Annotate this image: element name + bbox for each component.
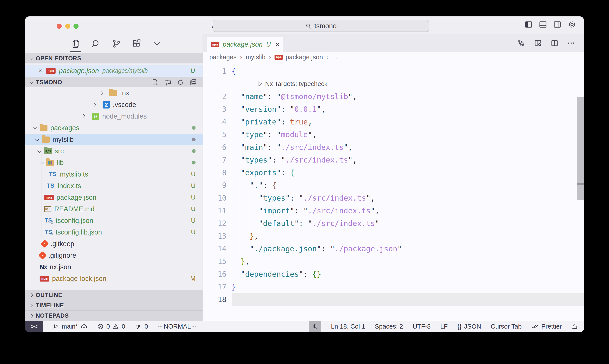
tree-item--nx[interactable]: .nx <box>25 87 203 99</box>
statusbar-zoom-indicator[interactable] <box>309 321 321 332</box>
section-header-notepads[interactable]: NOTEPADS <box>25 311 203 321</box>
breadcrumb-item[interactable]: mytslib <box>246 53 265 61</box>
collapse-all-icon[interactable] <box>189 78 197 86</box>
section-title: NOTEPADS <box>36 312 69 319</box>
layout-sidebar-right-icon[interactable] <box>553 20 562 29</box>
activity-more[interactable] <box>152 34 162 53</box>
statusbar-broadcast[interactable]: 0 <box>135 321 148 332</box>
activity-explorer[interactable] <box>70 34 81 53</box>
tree-item-package-lock-json[interactable]: npmpackage-lock.jsonM <box>25 273 203 284</box>
section-header-timeline[interactable]: TIMELINE <box>25 300 203 311</box>
tree-item-mytslib[interactable]: mytslib <box>25 134 203 145</box>
open-preview-icon[interactable] <box>534 39 542 47</box>
codelens-label: Nx Targets: typecheck <box>265 80 327 88</box>
tsmono-header[interactable]: TSMONO <box>25 77 203 87</box>
git-icon: • <box>40 240 49 248</box>
open-changes-icon[interactable] <box>517 39 525 47</box>
statusbar-cursor-position[interactable]: Ln 18, Col 1 <box>331 321 365 332</box>
tree-item-tsconfig-json[interactable]: TS⚙tsconfig.jsonU <box>25 215 203 226</box>
statusbar-formatter[interactable]: Prettier <box>531 321 562 332</box>
layout-sidebar-left-icon[interactable] <box>524 20 533 29</box>
maximize-window-button[interactable] <box>74 24 78 29</box>
tree-item-src[interactable]: </>src <box>25 145 203 157</box>
layout-panel-icon[interactable] <box>539 20 547 29</box>
sidebar: OPEN EDITORS ×npmpackage.jsonpackages/my… <box>25 34 203 321</box>
open-editor-item[interactable]: ×npmpackage.jsonpackages/mytslibU <box>25 65 203 77</box>
code-line-18: 18 <box>203 293 584 306</box>
statusbar-text: main* <box>62 323 78 330</box>
line-number: 4 <box>203 118 226 126</box>
breadcrumb-item[interactable]: packages <box>209 53 236 61</box>
tree-item-package-json[interactable]: npmpackage.jsonU <box>25 192 203 203</box>
breadcrumb-label: package.json <box>285 53 323 61</box>
git-icon: • <box>38 251 47 260</box>
code-text: "main": "./src/index.ts", <box>232 143 353 152</box>
new-file-icon[interactable] <box>151 78 159 86</box>
code-text: "types": "./src/index.ts", <box>232 156 357 164</box>
minimize-window-button[interactable] <box>65 24 70 29</box>
run-icon <box>259 81 262 86</box>
folder-icon <box>109 90 117 96</box>
code-line-3: 3 "version": "0.0.1", <box>203 103 584 116</box>
indent-guide <box>230 90 230 280</box>
code-text: "./package.json": "./package.json" <box>232 244 402 253</box>
code-line-17: 17} <box>203 280 584 293</box>
code-editor[interactable]: 1{Nx Targets: typecheck2 "name": "@tsmon… <box>203 63 584 321</box>
statusbar-eol[interactable]: LF <box>440 321 448 332</box>
tree-item-packages[interactable]: packages <box>25 122 203 134</box>
tree-item-node-modules[interactable]: jsnode_modules <box>25 110 203 122</box>
vscode-icon: ⋈ <box>103 101 110 108</box>
status-bar: ><main*000-- NORMAL -- Ln 18, Col 1Space… <box>25 321 584 332</box>
titlebar: ← → tsmono <box>25 16 584 34</box>
section-header-outline[interactable]: OUTLINE <box>25 290 203 300</box>
statusbar-problems[interactable]: 00 <box>97 321 125 332</box>
chevron-down-icon <box>35 137 39 141</box>
line-number: 2 <box>203 92 226 101</box>
activity-extensions[interactable] <box>131 34 142 53</box>
statusbar-notifications[interactable] <box>571 321 578 332</box>
statusbar-remote-indicator[interactable]: >< <box>25 321 43 332</box>
codelens-nx-targets[interactable]: Nx Targets: typecheck <box>259 80 327 88</box>
nx-icon: Nx <box>39 263 47 271</box>
statusbar-indentation[interactable]: Spaces: 2 <box>375 321 403 332</box>
new-folder-icon[interactable] <box>164 78 171 86</box>
tree-item-nx-json[interactable]: Nxnx.json <box>25 261 203 273</box>
settings-gear-icon[interactable] <box>568 20 577 29</box>
statusbar-text: Spaces: 2 <box>375 323 403 330</box>
tree-item--vscode[interactable]: ⋈.vscode <box>25 99 203 110</box>
open-editors-header[interactable]: OPEN EDITORS <box>25 53 203 64</box>
tree-item--gitkeep[interactable]: •.gitkeep <box>25 238 203 250</box>
activity-source-control[interactable] <box>111 34 122 53</box>
git-status-badge: U <box>191 67 195 74</box>
search-icon <box>305 23 312 29</box>
git-branch-icon <box>52 323 59 330</box>
tree-item-label: .gitkeep <box>51 240 74 248</box>
activity-search[interactable] <box>91 34 101 53</box>
statusbar-git-branch[interactable]: main* <box>52 321 88 332</box>
search-icon <box>91 39 101 49</box>
more-actions-icon[interactable] <box>567 39 575 47</box>
tree-indent-guide <box>41 145 42 238</box>
tree-item-mytslib-ts[interactable]: TSmytslib.tsU <box>25 169 203 180</box>
tree-item-index-ts[interactable]: TSindex.tsU <box>25 180 203 192</box>
statusbar-cursor-tab[interactable]: Cursor Tab <box>491 321 521 332</box>
split-editor-icon[interactable] <box>550 39 559 47</box>
statusbar-vim-mode[interactable]: -- NORMAL -- <box>158 321 197 332</box>
statusbar-encoding[interactable]: UTF-8 <box>413 321 430 332</box>
close-window-button[interactable] <box>57 24 62 29</box>
tree-item-readme-md[interactable]: M↓README.mdU <box>25 203 203 215</box>
close-editor-icon[interactable]: × <box>39 68 42 74</box>
breadcrumb-item[interactable]: ... <box>332 53 337 61</box>
search-input[interactable]: tsmono <box>213 20 429 32</box>
code-line-12: 12 "default": "./src/index.ts" <box>203 217 584 230</box>
tab-package-json[interactable]: npm package.json U × <box>206 37 283 52</box>
refresh-icon[interactable] <box>177 78 184 86</box>
code-text: "exports": { <box>232 168 294 177</box>
breadcrumb-item[interactable]: npmpackage.json <box>274 53 323 61</box>
statusbar-language-mode[interactable]: {}JSON <box>457 321 481 332</box>
statusbar-text: {} <box>457 323 461 330</box>
tree-item-lib[interactable]: lib <box>25 157 203 169</box>
tab-close-icon[interactable]: × <box>276 41 280 48</box>
tree-item-tsconfig-lib-json[interactable]: TS⚙tsconfig.lib.jsonU <box>25 226 203 238</box>
tree-item--gitignore[interactable]: •.gitignore <box>25 250 203 261</box>
